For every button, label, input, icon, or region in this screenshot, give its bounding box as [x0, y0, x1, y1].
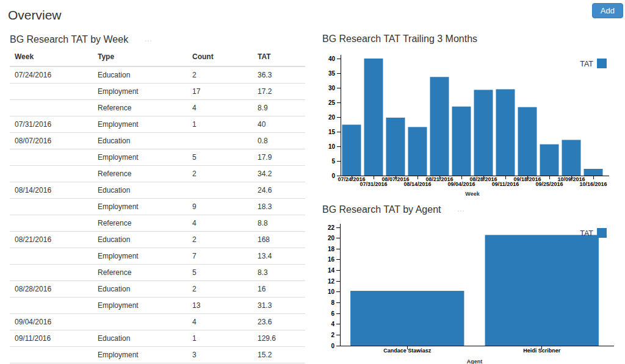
cell-type: Employment: [93, 84, 187, 100]
cell-count: 2: [187, 232, 253, 248]
tat-bar[interactable]: [474, 90, 493, 176]
cell-week: 07/31/2016: [10, 116, 93, 133]
tat-by-agent-panel-title: BG Research TAT by Agent…: [322, 203, 465, 216]
cell-type: Education: [93, 281, 187, 298]
legend-label[interactable]: TAT: [580, 60, 593, 68]
cell-tat: 18.3: [253, 199, 305, 215]
panel-menu-icon[interactable]: …: [144, 34, 153, 43]
y-tick-label: 10: [328, 143, 336, 150]
legend-label[interactable]: TAT: [580, 229, 593, 238]
x-tick-label: Candace Stawiasz: [383, 348, 432, 354]
y-tick-label: 2: [331, 332, 334, 338]
tat-bar[interactable]: [584, 169, 603, 176]
cell-tat: 17.2: [253, 84, 305, 100]
y-tick-label: 18: [328, 246, 335, 252]
tat-trailing-title-text: BG Research TAT Trailing 3 Months: [322, 34, 477, 44]
cell-count: 7: [187, 248, 253, 265]
cell-week: 09/04/2016: [10, 314, 93, 330]
tat-bar[interactable]: [430, 77, 449, 176]
table-row: Employment 9 18.3: [10, 199, 305, 215]
tat-bar[interactable]: [496, 89, 515, 176]
cell-type: Education: [93, 66, 187, 84]
y-tick-label: 5: [331, 158, 335, 165]
table-row: 07/31/2016 Employment 1 40: [10, 116, 305, 133]
cell-type: Reference: [93, 265, 187, 281]
cell-count: 4: [187, 215, 253, 232]
legend-swatch-icon[interactable]: [597, 228, 607, 238]
tat-by-week-title-text: BG Research TAT by Week: [10, 34, 128, 45]
cell-tat: 23.6: [253, 314, 305, 330]
cell-week: 08/07/2016: [10, 133, 93, 149]
cell-week: [10, 248, 93, 265]
cell-type: Reference: [93, 215, 187, 232]
y-tick-label: 0: [331, 343, 334, 349]
col-header-type: Type: [93, 48, 187, 66]
tat-bar[interactable]: [485, 235, 599, 346]
table-row: Employment 13 31.3: [10, 298, 305, 314]
tat-bar[interactable]: [386, 118, 405, 176]
y-tick-label: 20: [328, 114, 336, 121]
table-row: 07/24/2016 Education 2 36.3: [10, 66, 305, 84]
tat-bar[interactable]: [518, 107, 537, 176]
cell-tat: 8.8: [253, 215, 305, 232]
tat-bar[interactable]: [408, 127, 427, 176]
table-row: Reference 5 8.3: [10, 265, 305, 281]
y-tick-label: 10: [328, 288, 335, 295]
cell-type: Employment: [93, 199, 187, 215]
cell-count: 3: [187, 347, 253, 363]
table-row: Employment 17 17.2: [10, 84, 305, 100]
cell-type: Education: [93, 232, 187, 248]
cell-tat: 16: [253, 281, 305, 298]
y-tick-label: 40: [328, 55, 336, 62]
cell-count: 5: [187, 149, 253, 166]
y-tick-label: 30: [328, 85, 336, 91]
cell-week: 08/14/2016: [10, 182, 93, 199]
table-row: 08/21/2016 Education 2 168: [10, 232, 305, 248]
cell-tat: 0.8: [253, 133, 305, 149]
table-row: 08/14/2016 Education 24.6: [10, 182, 305, 199]
cell-tat: 34.2: [253, 166, 305, 182]
cell-count: 2: [187, 166, 253, 182]
tat-bar[interactable]: [350, 291, 464, 346]
cell-count: 1: [187, 116, 253, 133]
cell-tat: 24.6: [253, 182, 305, 199]
tat-bar[interactable]: [342, 124, 361, 176]
tat-bar[interactable]: [562, 140, 581, 176]
panel-menu-icon[interactable]: …: [457, 204, 465, 213]
cell-tat: 8.3: [253, 265, 305, 281]
add-button[interactable]: Add: [592, 3, 623, 18]
tat-by-week-panel-title: BG Research TAT by Week…: [10, 33, 153, 46]
cell-count: 1: [187, 330, 253, 347]
col-header-count: Count: [187, 48, 253, 66]
tat-trailing-panel-title: BG Research TAT Trailing 3 Months: [322, 33, 477, 45]
cell-tat: 17.9: [253, 149, 305, 166]
table-row: Reference 2 34.2: [10, 166, 305, 182]
tat-bar[interactable]: [364, 59, 383, 176]
cell-type: Employment: [93, 298, 187, 314]
table-header-row: Week Type Count TAT: [10, 48, 305, 66]
cell-week: [10, 166, 93, 182]
y-tick-label: 4: [331, 321, 334, 327]
legend-swatch-icon[interactable]: [597, 59, 607, 68]
cell-type: Employment: [93, 347, 187, 363]
cell-tat: 31.3: [253, 298, 305, 314]
cell-count: 2: [187, 281, 253, 298]
x-axis-title: Week: [465, 191, 480, 197]
x-tick-label: Heidi Scribner: [523, 348, 561, 354]
cell-type: Education: [93, 133, 187, 149]
y-tick-label: 20: [328, 235, 335, 241]
cell-tat: 15.2: [253, 347, 305, 363]
tat-bar[interactable]: [540, 145, 559, 176]
cell-tat: 36.3: [253, 66, 305, 84]
table-row: Employment 7 13.4: [10, 248, 305, 265]
cell-tat: 8.9: [253, 100, 305, 116]
y-tick-label: 14: [328, 267, 335, 274]
cell-count: 2: [187, 66, 253, 84]
y-tick-label: 0: [331, 173, 335, 179]
tat-bar[interactable]: [452, 107, 471, 176]
table-row: 09/04/2016 4 23.6: [10, 314, 305, 330]
tat-by-agent-chart: 0246810121416182022Candace StawiaszHeidi…: [312, 216, 625, 364]
x-axis-title: Agent: [467, 359, 483, 364]
cell-type: Employment: [93, 149, 187, 166]
tat-trailing-chart: 051015202530354007/24/201607/31/201608/0…: [312, 48, 625, 199]
